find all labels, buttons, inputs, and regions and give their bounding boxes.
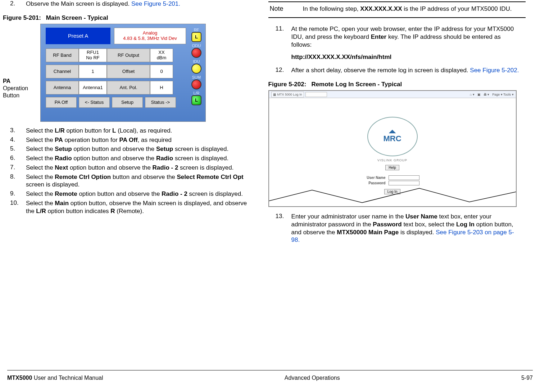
preset-button[interactable]: Preset A <box>46 28 110 44</box>
channel-label: Channel <box>46 65 79 78</box>
browser-toolbar[interactable]: ⌂ ▾ ▣ 🖶 ▾ Page ▾ Tools ▾ <box>470 93 514 96</box>
step-number: 5. <box>3 145 26 153</box>
username-label: User Name <box>366 176 386 180</box>
step-text: At the remote PC, open your web browser,… <box>291 25 526 49</box>
rfoutput-value[interactable]: XXdBm <box>150 49 173 62</box>
step-text: Select the Remote Ctrl Option button and… <box>26 173 258 189</box>
step-number: 12. <box>268 66 291 74</box>
browser-tab-bar: ▦ MTX 5000 Log In ⌂ ▾ ▣ 🖶 ▾ Page ▾ Tools… <box>269 91 516 98</box>
antpol-value[interactable]: H <box>150 81 173 94</box>
torn-edge-icon <box>269 185 516 206</box>
odu-led-icon <box>191 48 201 58</box>
step-number: 9. <box>3 190 26 198</box>
home-icon[interactable]: ⌂ ▾ <box>470 93 475 96</box>
page-icon: ▦ <box>273 93 276 96</box>
footer-rule <box>7 370 533 370</box>
cross-ref-link[interactable]: See Figure 5-202. <box>470 67 519 74</box>
step-number: 10. <box>3 199 26 215</box>
offset-value[interactable]: 0 <box>150 65 173 78</box>
step-text: Select the Main option button, observe t… <box>26 199 258 215</box>
rf-led-icon: L <box>191 32 201 42</box>
step-number: 8. <box>3 173 26 189</box>
step-text: Select the Next option button and observ… <box>26 164 258 172</box>
username-input[interactable] <box>389 175 419 180</box>
mrc-logo-icon: MRC <box>367 117 418 156</box>
url-example: http://XXX.XXX.X.XX/nfs/main/html <box>268 54 526 61</box>
idu-led-icon <box>191 64 201 74</box>
status-back-button[interactable]: <- Status <box>79 97 110 108</box>
lr-led-icon[interactable]: L <box>191 95 201 105</box>
print-icon[interactable]: 🖶 ▾ <box>484 93 490 96</box>
step-text: Observe the Main screen is displayed. Se… <box>26 0 258 8</box>
figure-caption: Figure 5-202:Remote Log In Screen - Typi… <box>268 81 526 88</box>
step-text: Enter your administrator user name in th… <box>291 213 526 244</box>
step-number: 6. <box>3 155 26 162</box>
status-fwd-button[interactable]: Status -> <box>145 97 176 108</box>
offset-label: Offset <box>107 65 150 78</box>
browser-tab[interactable]: ▦ MTX 5000 Log In <box>271 92 304 97</box>
step-number: 13. <box>268 213 291 244</box>
setup-button[interactable]: Setup <box>112 97 143 108</box>
step-number: 11. <box>268 25 291 49</box>
step-text: Select the Setup option button and obser… <box>26 145 258 153</box>
step-number: 7. <box>3 164 26 172</box>
step-text: Select the L/R option button for L (Loca… <box>26 127 258 135</box>
rfband-label: RF Band <box>46 49 79 62</box>
cross-ref-link[interactable]: See Figure 5-203 on page 5-98. <box>291 229 514 244</box>
callout-label: PAOperationButton <box>3 24 40 99</box>
figure-caption: Figure 5-201:Main Screen - Typical <box>3 14 258 22</box>
feeds-icon[interactable]: ▣ <box>477 93 481 96</box>
main-screen-figure: Preset A Analog 4.83 & 5.8, 3MHz Vid Dev… <box>40 24 206 122</box>
logo-subtitle: VISLINK GROUP <box>353 158 432 162</box>
rfband-value[interactable]: RFU1No RF <box>79 49 107 62</box>
note-box: Note In the following step, XXX.XXX.X.XX… <box>268 1 526 18</box>
step-text: Select the Remote option button and obse… <box>26 190 258 198</box>
channel-value[interactable]: 1 <box>79 65 107 78</box>
status-led-strip: RF L ODU IDU SUM L/R L <box>190 26 203 105</box>
antenna-label: Antenna <box>46 81 79 94</box>
page-footer: MTX5000 User and Technical Manual Advanc… <box>7 375 533 381</box>
rfoutput-label: RF Output <box>107 49 150 62</box>
cross-ref-link[interactable]: See Figure 5-201. <box>131 0 180 7</box>
step-number: 4. <box>3 136 26 144</box>
step-text: Select the PA operation button for PA Of… <box>26 136 258 144</box>
step-text: After a short delay, observe the remote … <box>291 66 526 74</box>
pa-button[interactable]: PA Off <box>46 97 77 108</box>
antpol-label: Ant. Pol. <box>107 81 150 94</box>
new-tab-icon[interactable] <box>305 92 327 97</box>
step-text: Select the Radio option button and obser… <box>26 155 258 162</box>
note-body: In the following step, XXX.XXX.X.XX is t… <box>303 5 524 13</box>
login-screenshot: ▦ MTX 5000 Log In ⌂ ▾ ▣ 🖶 ▾ Page ▾ Tools… <box>268 90 517 207</box>
step-number: 2. <box>3 0 26 8</box>
note-label: Note <box>270 5 303 13</box>
help-button[interactable]: Help <box>385 165 399 170</box>
text: Observe the Main screen is displayed. <box>26 0 131 7</box>
mode-display: Analog 4.83 & 5.8, 3MHz Vid Dev <box>114 28 186 44</box>
antenna-value[interactable]: Antenna1 <box>79 81 107 94</box>
step-number: 3. <box>3 127 26 135</box>
sum-led-icon <box>191 79 201 89</box>
